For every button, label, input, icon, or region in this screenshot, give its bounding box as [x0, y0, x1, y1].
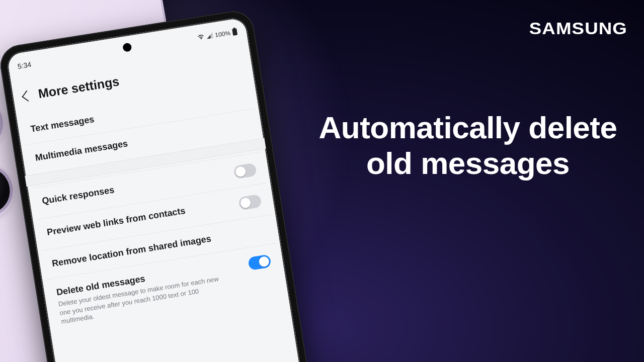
headline-text: Automatically delete old messages — [314, 110, 621, 182]
camera-lens — [0, 164, 14, 218]
samsung-logo: SAMSUNG — [529, 19, 627, 38]
toggle-switch[interactable] — [233, 163, 257, 179]
toggle-switch[interactable] — [248, 254, 272, 270]
setting-label: Multimedia messages — [34, 138, 128, 163]
battery-icon — [231, 27, 238, 37]
settings-list: Text messages Multimedia messages Quick … — [16, 79, 290, 337]
svg-rect-1 — [232, 28, 237, 36]
signal-icon — [206, 32, 214, 40]
back-icon[interactable] — [22, 90, 33, 101]
setting-label: Quick responses — [41, 184, 115, 207]
camera-lens — [0, 97, 4, 151]
page-title: More settings — [37, 74, 120, 101]
setting-label: Text messages — [30, 114, 95, 135]
battery-percent: 100% — [214, 29, 231, 39]
wifi-icon — [197, 33, 205, 42]
status-time: 5:34 — [17, 60, 32, 70]
toggle-switch[interactable] — [238, 194, 262, 211]
